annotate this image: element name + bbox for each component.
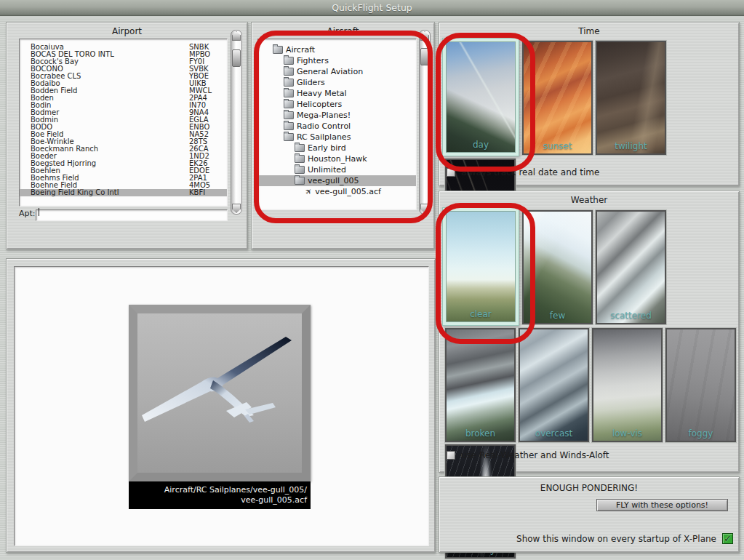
caption-line1: Aircraft/RC Sailplanes/vee-gull_005/ (129, 485, 307, 495)
apt-label: Apt: (19, 209, 36, 218)
weather-option-low-vis[interactable]: low-vis (592, 328, 663, 442)
tree-item-label: Fighters (297, 55, 329, 66)
fly-button[interactable]: FLY with these options! (596, 499, 728, 511)
real-weather-label: use Real-Weather and Winds-Aloft (461, 450, 609, 460)
time-option-twilight[interactable]: twilight (596, 41, 666, 155)
window-titlebar[interactable]: QuickFlight Setup (0, 0, 744, 16)
aircraft-scrollbar-thumb[interactable] (420, 48, 429, 65)
tree-item[interactable]: Gliders (258, 77, 416, 88)
folder-icon (273, 46, 283, 54)
glider-illustration (137, 313, 302, 473)
real-weather-checkbox[interactable] (447, 451, 455, 460)
startup-checkbox[interactable]: ✓ (722, 533, 733, 544)
tree-item[interactable]: Aircraft (258, 44, 416, 55)
time-option-label: sunset (524, 141, 591, 151)
tree-item[interactable]: Fighters (258, 55, 416, 66)
airport-panel-title: Airport (7, 26, 247, 36)
airport-panel: Airport BocaiuvaSNBKBOCAS DEL TORO INTLM… (6, 22, 248, 249)
folder-icon (295, 177, 305, 185)
day-thumbnail-image: day (446, 41, 516, 153)
tree-item[interactable]: Mega-Planes! (258, 110, 416, 121)
scroll-down-icon[interactable] (420, 204, 429, 213)
time-panel-title: Time (439, 26, 739, 36)
tree-item[interactable]: Early bird (258, 143, 416, 153)
tree-item-label: Heavy Metal (297, 88, 347, 99)
sunset-thumbnail-image: sunset (524, 42, 591, 153)
airport-scrollbar[interactable] (231, 30, 242, 215)
action-panel-title: ENOUGH PONDERING! (439, 483, 739, 493)
checkmark-icon: ✓ (724, 534, 732, 543)
aircraft-tree[interactable]: AircraftFightersGeneral AviationGlidersH… (257, 39, 417, 210)
weather-option-scattered[interactable]: scattered (596, 210, 666, 324)
aircraft-scrollbar[interactable] (419, 30, 431, 215)
weather-panel-title: Weather (439, 195, 739, 205)
tree-item-label: Radio Control (297, 121, 351, 132)
startup-label: Show this window on every startup of X-P… (516, 534, 716, 544)
tree-item-label: Unlimited (308, 164, 346, 175)
aircraft-panel-title: Aircraft (252, 26, 434, 36)
airport-code: KBFI (189, 189, 205, 196)
track-real-time-label: always track real date and time (461, 167, 599, 177)
airport-list[interactable]: BocaiuvaSNBKBOCAS DEL TORO INTLMPBOBococ… (19, 39, 228, 207)
weather-option-few[interactable]: few (522, 210, 593, 324)
track-real-time-row: always track real date and time (447, 167, 599, 177)
tree-item[interactable]: RC Sailplanes (258, 132, 416, 143)
weather-option-overcast[interactable]: overcast (519, 328, 589, 442)
folder-icon (284, 79, 294, 87)
tree-item[interactable]: Houston_Hawk (258, 153, 416, 164)
startup-row: Show this window on every startup of X-P… (516, 533, 733, 544)
tree-item-label: Early bird (308, 143, 346, 153)
tree-item-label: Gliders (297, 77, 325, 88)
time-panel: Time daysunsettwilightnight always track… (439, 22, 740, 186)
airport-name: Boeing Field King Co Intl (31, 188, 119, 196)
tree-item-label: General Aviation (297, 66, 363, 77)
tree-item[interactable]: Heavy Metal (258, 88, 416, 99)
apt-input[interactable] (36, 209, 228, 221)
tree-item[interactable]: vee-gull_005 (258, 175, 416, 186)
tree-item[interactable]: General Aviation (258, 66, 416, 77)
folder-icon (295, 144, 305, 152)
weather-option-label: broken (447, 428, 514, 439)
weather-option-label: few (524, 311, 591, 321)
time-option-day[interactable]: day (442, 38, 519, 156)
clear-thumbnail-image: clear (446, 211, 516, 322)
tree-item-label: Aircraft (286, 44, 315, 55)
tree-item-label: Mega-Planes! (297, 110, 351, 121)
tree-item[interactable]: Radio Control (258, 121, 416, 132)
aircraft-path-caption: Aircraft/RC Sailplanes/vee-gull_005/ vee… (129, 481, 311, 509)
scattered-thumbnail-image: scattered (597, 212, 665, 323)
tree-item[interactable]: Unlimited (258, 164, 416, 175)
weather-option-clear[interactable]: clear (442, 207, 519, 326)
folder-icon (295, 166, 305, 174)
folder-icon (284, 133, 294, 141)
tree-item[interactable]: Helicopters (258, 99, 416, 110)
weather-option-label: overcast (520, 428, 588, 439)
airport-row[interactable]: Boeing Field King Co IntlKBFI (20, 189, 227, 196)
weather-panel: Weather clearfewscatteredbrokenovercastl… (439, 191, 740, 473)
weather-option-foggy[interactable]: foggy (665, 328, 736, 442)
scroll-up-icon[interactable] (232, 31, 241, 41)
folder-icon (284, 89, 294, 97)
aircraft-file-icon: ✈ (303, 186, 313, 196)
folder-icon (284, 68, 294, 76)
scroll-down-icon[interactable] (232, 204, 241, 213)
tree-item[interactable]: ✈vee-gull_005.acf (258, 186, 416, 197)
time-option-sunset[interactable]: sunset (522, 41, 593, 155)
time-option-label: twilight (597, 141, 665, 151)
scroll-up-icon[interactable] (420, 31, 429, 41)
track-real-time-checkbox[interactable] (447, 168, 455, 177)
weather-option-label: clear (447, 309, 515, 319)
weather-option-label: scattered (597, 311, 665, 321)
folder-icon (284, 57, 294, 65)
weather-option-broken[interactable]: broken (445, 328, 516, 442)
weather-option-label: foggy (667, 428, 735, 439)
overcast-thumbnail-image: overcast (520, 329, 588, 441)
tree-item-label: vee-gull_005 (308, 175, 359, 186)
tree-item-label: RC Sailplanes (297, 132, 351, 143)
text-caret (39, 208, 39, 216)
folder-icon (284, 111, 294, 119)
quickflight-window: QuickFlight Setup Airport BocaiuvaSNBKBO… (0, 0, 744, 560)
aircraft-preview-image (129, 305, 311, 481)
folder-icon (284, 100, 294, 108)
airport-scrollbar-thumb[interactable] (232, 49, 241, 67)
